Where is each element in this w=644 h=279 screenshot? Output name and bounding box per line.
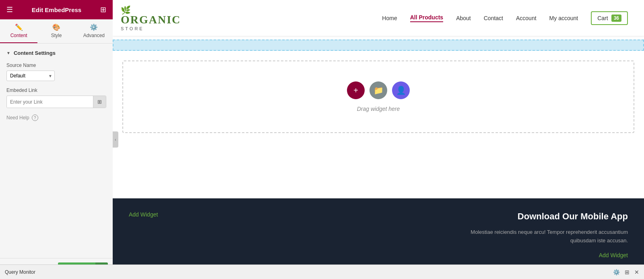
- nav-account[interactable]: Account: [516, 15, 537, 21]
- embed-widget-button[interactable]: 👤: [392, 81, 410, 99]
- add-widget-button[interactable]: +: [347, 81, 365, 99]
- nav-my-account[interactable]: My account: [549, 15, 578, 21]
- main-area: 🌿 ORGANIC STORE Home All Products About …: [113, 0, 644, 279]
- footer-left: Add Widget: [129, 211, 158, 218]
- add-widget-right-btn[interactable]: Add Widget: [599, 252, 628, 258]
- widget-drop-zone: + 📁 👤 Drag widget here: [122, 60, 634, 133]
- cart-badge: 36: [611, 15, 621, 22]
- widget-actions: + 📁 👤: [347, 81, 410, 99]
- source-name-group: Source Name Default ▼: [6, 62, 106, 81]
- style-tab-icon: 🎨: [52, 23, 60, 31]
- menu-icon[interactable]: ☰: [6, 5, 13, 14]
- embed-link-btn[interactable]: ⊞: [93, 96, 106, 108]
- footer-app-desc: Molestiae reiciendis neque arcu! Tempor …: [467, 228, 628, 245]
- logo-area: 🌿 ORGANIC STORE: [121, 5, 185, 31]
- footer-app-title: Download Our Mobile App: [467, 211, 628, 222]
- source-name-select-wrapper: Default ▼: [6, 71, 55, 81]
- advanced-tab-label: Advanced: [83, 33, 105, 38]
- embed-link-label: Embeded Link: [6, 87, 106, 93]
- footer-right: Download Our Mobile App Molestiae reicie…: [467, 211, 628, 259]
- panel-tabs: ✏️ Content 🎨 Style ⚙️ Advanced: [0, 19, 113, 44]
- need-help-text: Need Help: [6, 115, 29, 121]
- add-widget-left-btn[interactable]: Add Widget: [129, 211, 158, 218]
- panel-content: ▼ Content Settings Source Name Default ▼…: [0, 44, 113, 258]
- panel-title: Edit EmbedPress: [32, 6, 81, 13]
- panel-header: ☰ Edit EmbedPress ⊞: [0, 0, 113, 19]
- bottom-settings-icon[interactable]: ⚙️: [613, 269, 620, 275]
- style-tab-label: Style: [51, 33, 62, 38]
- nav-links: Home All Products About Contact Account …: [382, 11, 628, 25]
- logo-organic: ORGANIC: [121, 13, 181, 26]
- bottom-bar-icons: ⚙️ ⊞ ✕: [613, 269, 639, 275]
- cart-label: Cart: [597, 15, 608, 21]
- selection-bar: [113, 40, 644, 51]
- nav-home[interactable]: Home: [382, 15, 397, 21]
- content-tab-icon: ✏️: [15, 23, 23, 31]
- source-name-select[interactable]: Default: [6, 71, 55, 81]
- embed-link-group: Embeded Link ⊞: [6, 87, 106, 108]
- nav-contact[interactable]: Contact: [484, 15, 503, 21]
- section-arrow-icon: ▼: [6, 51, 10, 55]
- help-circle-icon: ?: [32, 115, 38, 121]
- content-settings-header[interactable]: ▼ Content Settings: [6, 50, 106, 56]
- bottom-expand-icon[interactable]: ⊞: [625, 269, 630, 275]
- tab-advanced[interactable]: ⚙️ Advanced: [75, 19, 113, 43]
- need-help-link[interactable]: Need Help ?: [6, 115, 106, 121]
- folder-widget-button[interactable]: 📁: [369, 81, 387, 99]
- grid-icon[interactable]: ⊞: [100, 5, 106, 14]
- tab-content[interactable]: ✏️ Content: [0, 19, 37, 43]
- tab-style[interactable]: 🎨 Style: [37, 19, 75, 43]
- cart-button[interactable]: Cart 36: [591, 11, 628, 25]
- query-monitor-label[interactable]: Query Monitor: [5, 269, 35, 275]
- embed-link-input[interactable]: [7, 96, 93, 108]
- content-settings-title: Content Settings: [14, 50, 56, 56]
- logo-main-text: ORGANIC: [121, 13, 181, 26]
- left-panel: ☰ Edit EmbedPress ⊞ ✏️ Content 🎨 Style ⚙…: [0, 0, 113, 279]
- collapse-panel-handle[interactable]: ‹: [113, 131, 118, 148]
- nav-all-products[interactable]: All Products: [410, 14, 443, 22]
- advanced-tab-icon: ⚙️: [90, 23, 98, 31]
- drag-widget-text: Drag widget here: [357, 106, 400, 112]
- source-name-label: Source Name: [6, 62, 106, 68]
- widget-area: + 📁 👤 Drag widget here: [113, 54, 644, 198]
- embed-input-wrapper: ⊞: [6, 96, 106, 108]
- bottom-bar: Query Monitor ⚙️ ⊞ ✕: [0, 264, 644, 279]
- content-tab-label: Content: [10, 33, 27, 38]
- logo-sub-text: STORE: [121, 26, 144, 31]
- nav-about[interactable]: About: [456, 15, 471, 21]
- navbar: 🌿 ORGANIC STORE Home All Products About …: [113, 0, 644, 36]
- bottom-close-icon[interactable]: ✕: [634, 269, 639, 275]
